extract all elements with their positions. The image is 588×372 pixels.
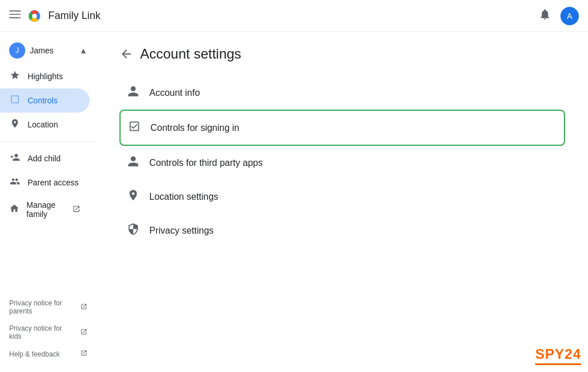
topbar-left: Family Link	[9, 9, 100, 23]
controls-signing-icon	[127, 120, 141, 135]
user-avatar: J	[9, 42, 25, 59]
privacy-parents-link[interactable]: Privacy notice for parents	[0, 294, 96, 320]
page-title: Account settings	[140, 46, 241, 62]
sidebar-item-parent-access[interactable]: Parent access	[0, 170, 90, 195]
app-title: Family Link	[48, 10, 100, 22]
highlights-label: Highlights	[28, 72, 63, 81]
manage-family-icon	[9, 203, 20, 216]
content-area: Account settings Account info	[96, 32, 588, 372]
controls-signing-label: Controls for signing in	[150, 123, 239, 133]
main-layout: J James ▲ Highlights Controls	[0, 32, 588, 372]
controls-label: Controls	[28, 96, 57, 105]
topbar-right: A	[539, 7, 579, 25]
help-feedback-link[interactable]: Help & feedback	[0, 345, 96, 363]
location-label: Location	[28, 120, 58, 129]
settings-item-account-info[interactable]: Account info	[119, 76, 565, 110]
svg-rect-1	[9, 14, 21, 15]
chevron-up-icon: ▲	[79, 46, 87, 55]
svg-rect-2	[9, 17, 21, 18]
app-logo	[28, 9, 41, 23]
location-icon	[9, 118, 21, 131]
manage-family-label: Manage family	[26, 200, 65, 219]
settings-item-location[interactable]: Location settings	[119, 180, 565, 214]
svg-rect-0	[9, 10, 21, 11]
settings-list: Account info Controls for signing in	[119, 76, 565, 247]
back-button[interactable]	[119, 47, 133, 61]
account-info-label: Account info	[149, 88, 200, 98]
menu-icon[interactable]	[9, 9, 21, 23]
ext-link-icon-1	[80, 303, 87, 312]
sidebar-footer: Privacy notice for parents Privacy notic…	[0, 290, 96, 367]
help-feedback-label: Help & feedback	[9, 350, 76, 358]
privacy-settings-label: Privacy settings	[149, 226, 214, 236]
ext-link-icon-3	[80, 350, 87, 358]
user-name: James	[30, 46, 75, 55]
controls-icon	[9, 94, 21, 107]
page-header: Account settings	[119, 46, 565, 62]
settings-item-third-party[interactable]: Controls for third party apps	[119, 146, 565, 180]
parent-access-icon	[9, 176, 21, 189]
sidebar-item-location[interactable]: Location	[0, 113, 90, 137]
sidebar-item-manage-family[interactable]: Manage family	[0, 195, 90, 224]
privacy-kids-link[interactable]: Privacy notice for kids	[0, 320, 96, 345]
location-settings-label: Location settings	[149, 192, 218, 202]
third-party-icon	[126, 155, 140, 170]
add-child-label: Add child	[28, 154, 61, 163]
watermark-underline	[535, 363, 581, 365]
sidebar-item-highlights[interactable]: Highlights	[0, 64, 90, 88]
bell-icon[interactable]	[539, 8, 551, 24]
third-party-label: Controls for third party apps	[149, 158, 262, 168]
privacy-icon	[126, 223, 140, 238]
settings-item-controls-signing-in[interactable]: Controls for signing in	[119, 110, 565, 146]
sidebar-item-controls[interactable]: Controls	[0, 88, 90, 113]
parent-access-label: Parent access	[28, 178, 79, 187]
sidebar-divider	[0, 141, 96, 142]
ext-link-icon-2	[80, 328, 87, 337]
add-child-icon	[9, 152, 21, 165]
account-info-icon	[126, 85, 140, 100]
settings-item-privacy[interactable]: Privacy settings	[119, 214, 565, 247]
watermark: SPY24	[535, 346, 581, 365]
sidebar: J James ▲ Highlights Controls	[0, 32, 96, 372]
user-section[interactable]: J James ▲	[0, 37, 96, 64]
topbar: Family Link A	[0, 0, 588, 32]
avatar[interactable]: A	[560, 7, 579, 25]
privacy-parents-label: Privacy notice for parents	[9, 299, 76, 315]
watermark-num: 24	[564, 346, 581, 362]
external-link-icon	[72, 205, 80, 215]
privacy-kids-label: Privacy notice for kids	[9, 324, 76, 340]
watermark-text: SPY	[535, 346, 564, 362]
highlights-icon	[9, 70, 21, 83]
svg-point-3	[32, 14, 37, 18]
location-settings-icon	[126, 189, 140, 204]
sidebar-item-add-child[interactable]: Add child	[0, 146, 90, 170]
